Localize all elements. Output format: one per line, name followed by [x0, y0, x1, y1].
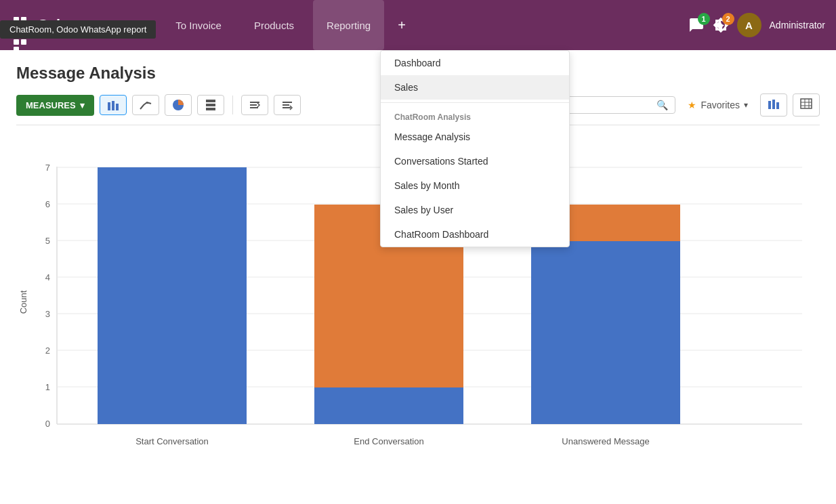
svg-text:Start Conversation: Start Conversation: [135, 436, 209, 446]
svg-text:Unanswered Message: Unanswered Message: [562, 436, 649, 446]
svg-rect-5: [206, 104, 215, 106]
svg-text:Count: Count: [18, 290, 28, 314]
group-sort-button[interactable]: [241, 95, 268, 115]
bar-start-conversation-blue: [98, 167, 247, 424]
dropdown-item-sales-by-user[interactable]: Sales by User: [381, 198, 569, 222]
svg-text:2: 2: [45, 345, 50, 356]
line-chart-button[interactable]: [132, 95, 159, 115]
table-view-button[interactable]: [793, 93, 820, 117]
svg-rect-13: [768, 101, 771, 109]
stack-button[interactable]: [197, 95, 224, 115]
chat-badge: 1: [698, 13, 710, 25]
chevron-down-icon: ▾: [80, 100, 85, 110]
dropdown-section-header: ChatRoom Analysis: [381, 106, 569, 125]
nav-item-to-invoice[interactable]: To Invoice: [162, 0, 235, 50]
dropdown-divider: [381, 102, 569, 103]
expand-button[interactable]: [274, 95, 301, 115]
dropdown-item-sales[interactable]: Sales: [381, 75, 569, 100]
svg-rect-2: [116, 104, 119, 110]
svg-rect-16: [801, 99, 812, 108]
bar-unanswered-blue: [531, 241, 680, 424]
measures-button[interactable]: MEASURES ▾: [16, 95, 94, 116]
svg-rect-15: [776, 102, 779, 109]
avatar[interactable]: A: [737, 13, 761, 37]
nav-item-products[interactable]: Products: [241, 0, 308, 50]
svg-text:6: 6: [45, 199, 50, 209]
navbar-right: 1 2 A Administrator: [688, 13, 825, 37]
svg-text:End Conversation: End Conversation: [354, 436, 423, 446]
bar-end-blue: [314, 387, 463, 424]
svg-text:5: 5: [45, 236, 50, 246]
chat-icon-button[interactable]: 1: [688, 17, 705, 33]
svg-text:7: 7: [45, 163, 50, 173]
pie-chart-button[interactable]: [165, 94, 192, 116]
navbar: Sales Orders To Invoice Products Reporti…: [0, 0, 836, 50]
svg-rect-14: [772, 100, 775, 109]
svg-rect-4: [206, 100, 215, 102]
search-icon[interactable]: 🔍: [656, 100, 668, 110]
toolbar-right: ch... 🔍 ★ Favorites ▾: [540, 93, 820, 117]
svg-rect-0: [108, 102, 110, 110]
bar-chart-button[interactable]: [100, 95, 127, 115]
svg-text:1: 1: [45, 382, 50, 392]
svg-rect-6: [206, 108, 215, 110]
svg-rect-1: [112, 101, 114, 110]
nav-item-reporting[interactable]: Reporting: [313, 0, 384, 50]
admin-name[interactable]: Administrator: [770, 20, 825, 30]
reporting-dropdown: Dashboard Sales ChatRoom Analysis Messag…: [380, 50, 570, 247]
favorites-button[interactable]: ★ Favorites ▾: [681, 96, 755, 114]
tooltip: ChatRoom, Odoo WhatsApp report: [0, 20, 156, 39]
dropdown-item-message-analysis[interactable]: Message Analysis: [381, 125, 569, 149]
chevron-down-icon-favorites: ▾: [744, 100, 748, 110]
dropdown-item-dashboard[interactable]: Dashboard: [381, 51, 569, 75]
bar-view-button[interactable]: [760, 93, 787, 117]
svg-text:4: 4: [45, 272, 50, 282]
activity-badge: 2: [722, 13, 734, 25]
svg-text:3: 3: [45, 309, 50, 319]
dropdown-item-conversations-started[interactable]: Conversations Started: [381, 149, 569, 173]
activity-icon-button[interactable]: 2: [713, 17, 729, 33]
nav-plus-button[interactable]: +: [390, 12, 414, 39]
toolbar-separator-1: [232, 96, 233, 114]
dropdown-item-chatroom-dashboard[interactable]: ChatRoom Dashboard: [381, 222, 569, 247]
svg-text:0: 0: [45, 419, 50, 429]
dropdown-item-sales-by-month[interactable]: Sales by Month: [381, 173, 569, 198]
